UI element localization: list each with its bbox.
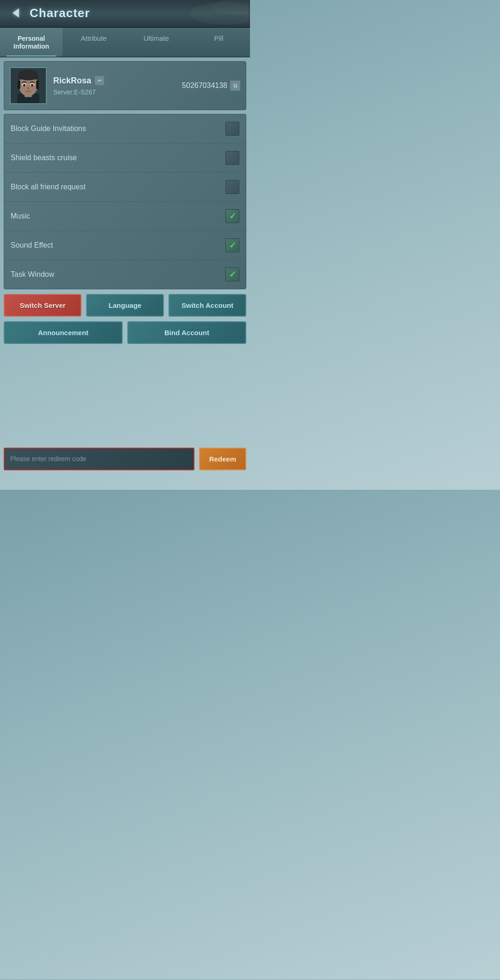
setting-music: Music ✓ [4,202,246,231]
checkmark-icon: ✓ [229,241,236,250]
page-title: Character [30,6,90,20]
checkmark-icon: ✓ [229,270,236,279]
back-button[interactable] [7,5,24,21]
redeem-button[interactable]: Redeem [199,448,246,470]
avatar [10,67,47,104]
bind-account-button[interactable]: Bind Account [127,321,246,344]
tab-attribute[interactable]: Attribute [62,28,125,56]
checkbox-music[interactable]: ✓ [225,209,239,223]
svg-point-11 [31,84,34,87]
setting-label: Shield beasts cruise [11,154,77,162]
copy-id-button[interactable]: ⧉ [230,81,240,91]
tab-personal-information[interactable]: Personal Information [0,28,62,56]
tab-bar: Personal Information Attribute Ultimate … [0,28,250,57]
profile-card: RickRosa ✏ Server:E-S267 50267034138 ⧉ [4,61,246,110]
header: Character [0,0,250,28]
announcement-button[interactable]: Announcement [4,321,123,344]
back-arrow-icon [12,8,19,18]
checkbox-block-guide-invitations[interactable] [225,122,239,136]
content-spacer [4,349,246,443]
profile-id: 50267034138 [182,81,227,90]
setting-label: Sound Effect [11,241,53,250]
checkmark-icon: ✓ [229,212,236,220]
svg-rect-7 [36,81,39,89]
profile-info: RickRosa ✏ Server:E-S267 [53,76,175,96]
redeem-section: Please enter redeem code Redeem [4,443,246,470]
profile-server: Server:E-S267 [53,88,175,96]
svg-rect-6 [18,81,20,89]
checkbox-shield-beasts-cruise[interactable] [225,151,239,165]
setting-block-guide-invitations: Block Guide Invitations [4,114,246,144]
setting-label: Block all friend request [11,183,86,191]
buttons-row-2: Announcement Bind Account [4,321,246,344]
settings-list: Block Guide Invitations Shield beasts cr… [4,114,246,289]
switch-server-button[interactable]: Switch Server [4,294,81,317]
svg-point-12 [27,87,29,90]
tab-ultimate[interactable]: Ultimate [125,28,188,56]
setting-block-friend-request: Block all friend request [4,173,246,202]
setting-task-window: Task Window ✓ [4,260,246,289]
svg-rect-5 [18,75,38,80]
svg-point-10 [23,84,26,87]
edit-name-button[interactable]: ✏ [95,76,104,85]
checkbox-sound-effect[interactable]: ✓ [225,238,239,252]
redeem-code-input[interactable]: Please enter redeem code [4,448,194,470]
language-button[interactable]: Language [86,294,164,317]
main-content: RickRosa ✏ Server:E-S267 50267034138 ⧉ B… [0,57,250,474]
setting-label: Task Window [11,270,54,279]
profile-name-row: RickRosa ✏ [53,76,175,86]
setting-label: Block Guide Invitations [11,125,86,133]
switch-account-button[interactable]: Switch Account [169,294,246,317]
setting-shield-beasts-cruise: Shield beasts cruise [4,144,246,173]
checkbox-task-window[interactable]: ✓ [225,268,239,281]
profile-name: RickRosa [53,76,91,86]
tab-pill[interactable]: Pill [188,28,250,56]
buttons-row-1: Switch Server Language Switch Account [4,294,246,317]
setting-sound-effect: Sound Effect ✓ [4,231,246,260]
profile-id-row: 50267034138 ⧉ [182,81,240,91]
setting-label: Music [11,212,30,220]
checkbox-block-friend-request[interactable] [225,180,239,194]
